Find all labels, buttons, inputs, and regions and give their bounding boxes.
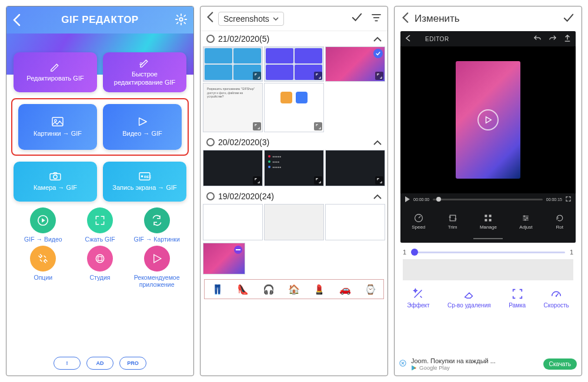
- expand-icon[interactable]: [314, 72, 322, 80]
- confirm-check-icon[interactable]: [563, 12, 574, 26]
- date-label: 20/02/2020(3): [218, 138, 269, 147]
- frames-strip[interactable]: [403, 259, 573, 280]
- trim-tool[interactable]: Trim: [448, 213, 457, 230]
- undo-icon[interactable]: [533, 35, 542, 43]
- quick-edit-tile[interactable]: Быстрое редактирование GIF: [103, 52, 186, 92]
- thumb[interactable]: Разрешить приложению "GIFShop" доступ к …: [203, 83, 263, 132]
- ad-pill[interactable]: AD: [86, 357, 113, 370]
- pro-pill[interactable]: PRO: [119, 357, 146, 370]
- gif-to-pics[interactable]: GIF → Картинки: [129, 207, 184, 243]
- expand-icon[interactable]: [375, 72, 383, 80]
- play-icon[interactable]: [405, 196, 410, 203]
- back-icon[interactable]: [402, 12, 409, 26]
- convert-icon: [151, 215, 163, 226]
- chevron-up-icon[interactable]: [373, 137, 382, 148]
- gif-to-video[interactable]: GIF → Видео: [16, 207, 71, 243]
- ad-close-icon[interactable]: [399, 360, 406, 368]
- eraser-tool[interactable]: Ср-во удаления: [447, 287, 491, 309]
- emoji-item[interactable]: 🎧: [263, 284, 275, 295]
- folder-dropdown[interactable]: Screenshots: [218, 12, 284, 26]
- date-section-1[interactable]: 21/02/2020(5): [201, 31, 387, 46]
- timeline-track[interactable]: [433, 199, 543, 200]
- back-icon[interactable]: [12, 14, 21, 30]
- settings-gear-icon[interactable]: [175, 13, 188, 28]
- expand-icon[interactable]: [314, 122, 322, 130]
- export-icon[interactable]: [564, 34, 571, 43]
- remove-badge-icon[interactable]: [234, 246, 242, 254]
- timeline-thumb[interactable]: [436, 197, 441, 202]
- expand-icon[interactable]: [253, 122, 261, 130]
- radio-icon[interactable]: [206, 192, 215, 200]
- editor-back-icon[interactable]: [405, 35, 411, 43]
- slider-thumb[interactable]: [411, 249, 418, 256]
- emoji-item[interactable]: ⌚: [365, 284, 376, 295]
- radio-icon[interactable]: [206, 35, 215, 43]
- emoji-item[interactable]: 💄: [313, 284, 325, 295]
- thumb[interactable]: [264, 204, 324, 240]
- studio[interactable]: Студия: [73, 246, 128, 289]
- effect-tool[interactable]: Эффект: [407, 287, 429, 309]
- thumb-with-badge[interactable]: [203, 243, 245, 274]
- chevron-up-icon[interactable]: [373, 33, 382, 44]
- ad-btn-label: Скачать: [549, 361, 572, 367]
- options[interactable]: Опции: [16, 246, 71, 289]
- timeline[interactable]: 00:00:00 00:00:15: [400, 193, 576, 205]
- video-to-gif-tile[interactable]: Видео → GIF: [103, 104, 182, 150]
- svg-marker-13: [486, 117, 492, 123]
- filter-icon[interactable]: [371, 14, 382, 24]
- bottom-tools: Эффект Ср-во удаления Рамка Скорость: [395, 280, 582, 312]
- expand-icon[interactable]: [253, 176, 261, 185]
- slider-track[interactable]: [411, 252, 565, 253]
- rotate-tool[interactable]: Rot: [555, 213, 564, 230]
- emoji-item[interactable]: 🚗: [339, 284, 351, 295]
- radio-icon[interactable]: [206, 138, 215, 146]
- thumb[interactable]: [203, 150, 263, 186]
- thumb[interactable]: [264, 83, 324, 132]
- back-icon[interactable]: [206, 11, 213, 26]
- play-circle-icon: [36, 214, 49, 227]
- tool-label: Эффект: [407, 302, 429, 309]
- thumb[interactable]: ●●●●● ●●●● ●●●●●: [264, 150, 324, 186]
- ad-download-button[interactable]: Скачать: [543, 358, 577, 370]
- thumb[interactable]: [264, 46, 324, 82]
- recommended-app[interactable]: Рекомендуемое приложение: [129, 246, 184, 289]
- thumb[interactable]: [325, 204, 385, 240]
- slider-min: 1: [403, 249, 406, 256]
- svg-rect-16: [450, 215, 456, 221]
- compress-gif[interactable]: Сжать GIF: [73, 207, 128, 243]
- ad-banner[interactable]: Joom. Покупки на каждый ... Google Play …: [395, 354, 582, 376]
- chevron-up-icon[interactable]: [373, 191, 382, 202]
- date-label: 19/02/2020(24): [218, 192, 274, 201]
- adjust-tool[interactable]: Adjust: [519, 213, 532, 230]
- date-section-2[interactable]: 20/02/2020(3): [201, 135, 387, 150]
- edit-gif-tile[interactable]: Редактировать GIF: [14, 52, 97, 92]
- thumb[interactable]: [203, 204, 263, 240]
- fullscreen-icon[interactable]: [566, 196, 571, 202]
- expand-icon[interactable]: [314, 176, 322, 185]
- speed-tool-bottom[interactable]: Скорость: [544, 287, 569, 309]
- speed-tool[interactable]: Speed: [412, 213, 425, 230]
- confirm-check-icon[interactable]: [351, 13, 363, 25]
- frame-slider[interactable]: 1 1: [395, 243, 582, 259]
- thumb[interactable]: [203, 46, 263, 82]
- thumb[interactable]: [325, 150, 385, 186]
- header: Изменить: [395, 6, 582, 31]
- emoji-item[interactable]: 👠: [237, 284, 249, 295]
- pics-to-gif-tile[interactable]: Картинки → GIF: [18, 104, 97, 150]
- play-button-icon[interactable]: [477, 109, 499, 130]
- manage-tool[interactable]: Manage: [480, 213, 497, 230]
- redo-icon[interactable]: [549, 35, 557, 43]
- preview-image: [456, 61, 520, 179]
- camera-to-gif-tile[interactable]: Камера → GIF: [14, 162, 97, 202]
- frame-tool[interactable]: Рамка: [509, 287, 526, 309]
- screen-rec-tile[interactable]: REC Запись экрана → GIF: [103, 162, 186, 202]
- date-section-3[interactable]: 19/02/2020(24): [201, 189, 387, 204]
- thumb-selected[interactable]: [325, 46, 385, 82]
- expand-icon[interactable]: [375, 176, 383, 185]
- emoji-item[interactable]: 👖: [212, 284, 223, 295]
- header: GIF РЕДАКТОР: [6, 6, 193, 33]
- emoji-item[interactable]: 🏠: [288, 284, 300, 295]
- expand-icon[interactable]: [253, 72, 261, 80]
- svg-point-24: [556, 295, 557, 297]
- info-pill[interactable]: !: [54, 357, 81, 370]
